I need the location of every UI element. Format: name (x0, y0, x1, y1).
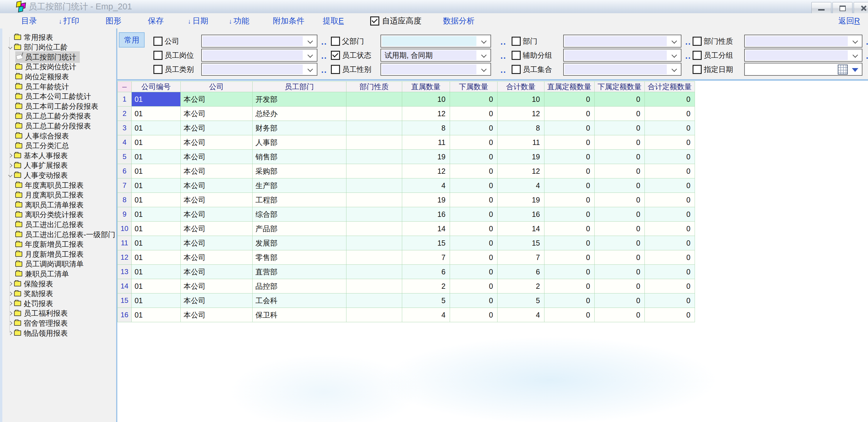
cell[interactable]: 0 (544, 92, 594, 107)
cell[interactable]: 11 (402, 135, 450, 150)
row-number-cell[interactable]: 16 (118, 308, 132, 322)
tree-item[interactable]: 人事变动报表 (2, 170, 116, 180)
filter-dropdown-parent-dept[interactable] (380, 35, 491, 48)
cell[interactable] (346, 294, 402, 308)
column-header[interactable]: 员工部门 (252, 82, 346, 92)
cell[interactable]: 本公司 (180, 250, 252, 265)
row-number-cell[interactable]: 7 (118, 178, 132, 193)
tree-item[interactable]: 员工进出汇总报表-一级部门 (2, 230, 116, 239)
autofit-height-toggle[interactable]: 自适应高度 (370, 13, 422, 28)
cell[interactable]: 4 (402, 308, 450, 322)
tree-item[interactable]: 员工本司工龄分段报表 (2, 101, 116, 111)
chevron-down-icon[interactable] (6, 42, 14, 52)
cell[interactable]: 0 (594, 121, 645, 135)
column-header[interactable]: 直属数量 (402, 82, 450, 92)
autofit-checkbox[interactable] (370, 17, 379, 26)
cell[interactable]: 0 (594, 193, 645, 207)
tree-item[interactable]: 处罚报表 (2, 298, 116, 308)
cell[interactable]: 0 (645, 164, 694, 178)
column-header[interactable]: 下属定额数量 (594, 82, 645, 92)
cell[interactable]: 0 (544, 236, 594, 250)
cell[interactable]: 0 (450, 250, 497, 265)
cell[interactable]: 0 (594, 135, 645, 150)
tree-item[interactable]: 宿舍管理报表 (2, 318, 116, 328)
cell[interactable]: 15 (402, 236, 450, 250)
cell[interactable]: 0 (645, 121, 694, 135)
cell[interactable]: 发展部 (252, 236, 346, 250)
cell[interactable]: 本公司 (180, 107, 252, 121)
maximize-button[interactable] (833, 2, 852, 14)
row-number-cell[interactable]: 12 (118, 250, 132, 265)
cell[interactable] (346, 193, 402, 207)
cell[interactable]: 0 (645, 193, 694, 207)
cell[interactable]: 0 (450, 207, 497, 221)
chevron-right-icon[interactable] (6, 160, 14, 171)
cell[interactable] (346, 150, 402, 164)
filter-dropdown-emp-group[interactable] (744, 49, 862, 62)
tree-item[interactable]: 员工调岗调职清单 (2, 259, 116, 269)
cell[interactable]: 0 (645, 135, 694, 150)
chevron-right-icon[interactable] (6, 308, 14, 319)
cell[interactable]: 01 (131, 121, 180, 135)
date-picker-specified-date[interactable] (744, 63, 862, 76)
cell[interactable]: 01 (131, 164, 180, 178)
cell[interactable]: 0 (645, 308, 694, 322)
cell[interactable]: 零售部 (252, 250, 346, 265)
cell[interactable]: 4 (497, 308, 544, 322)
cell[interactable] (346, 265, 402, 279)
cell[interactable]: 12 (497, 107, 544, 121)
cell[interactable]: 0 (544, 121, 594, 135)
cell[interactable]: 本公司 (180, 265, 252, 279)
filter-dropdown-company[interactable] (201, 35, 317, 48)
filter-checkbox-emp-category[interactable] (153, 65, 162, 74)
tree-item[interactable]: 离职分类统计报表 (2, 210, 116, 220)
cell[interactable]: 直营部 (252, 265, 346, 279)
toolbar-item-directory[interactable]: 目录 (21, 13, 37, 28)
row-number-cell[interactable]: 4 (118, 135, 132, 150)
cell[interactable]: 0 (544, 150, 594, 164)
cell[interactable]: 本公司 (180, 135, 252, 150)
cell[interactable]: 8 (402, 121, 450, 135)
table-corner-header[interactable]: – (118, 82, 132, 92)
cell[interactable]: 保卫科 (252, 308, 346, 322)
cell[interactable] (346, 250, 402, 265)
filter-checkbox-specified-date[interactable] (692, 65, 702, 74)
row-number-cell[interactable]: 1 (118, 92, 132, 107)
cell[interactable]: 01 (131, 178, 180, 193)
chevron-right-icon[interactable] (6, 151, 14, 160)
chevron-right-icon[interactable] (6, 279, 14, 289)
toolbar-item-print[interactable]: ↓打印 (59, 13, 79, 28)
cell[interactable]: 10 (402, 92, 450, 107)
row-number-cell[interactable]: 5 (118, 150, 132, 164)
cell[interactable]: 0 (594, 265, 645, 279)
cell[interactable]: 0 (450, 236, 497, 250)
toolbar-item-function[interactable]: ↓功能 (229, 13, 249, 28)
tree-item[interactable]: 员工本公司工龄统计 (2, 92, 116, 101)
toolbar-item-extract[interactable]: 提取E (323, 13, 344, 28)
cell[interactable]: 工程部 (252, 193, 346, 207)
tree-item[interactable]: 奖励报表 (2, 289, 116, 299)
filter-dropdown-aux-group[interactable] (563, 49, 681, 62)
filter-checkbox-emp-group[interactable] (692, 51, 702, 60)
cell[interactable]: 0 (450, 193, 497, 207)
filter-checkbox-emp-set[interactable] (512, 65, 521, 74)
cell[interactable]: 0 (594, 221, 645, 236)
cell[interactable]: 0 (450, 135, 497, 150)
column-header[interactable]: 公司 (180, 82, 252, 92)
cell[interactable]: 0 (594, 294, 645, 308)
tree-item[interactable]: 常用报表 (2, 32, 116, 42)
cell[interactable] (346, 135, 402, 150)
cell[interactable]: 采购部 (252, 164, 346, 178)
cell[interactable] (346, 164, 402, 178)
cell[interactable] (346, 279, 402, 294)
cell[interactable]: 0 (450, 150, 497, 164)
filter-checkbox-emp-status[interactable] (331, 51, 340, 60)
filter-dropdown-dept-nature[interactable] (744, 35, 862, 48)
toolbar-item-extra-conditions[interactable]: 附加条件 (273, 13, 305, 28)
cell[interactable]: 19 (402, 193, 450, 207)
cell[interactable]: 财务部 (252, 121, 346, 135)
toolbar-item-date[interactable]: ↓日期 (188, 13, 208, 28)
cell[interactable] (346, 221, 402, 236)
filter-checkbox-dept-nature[interactable] (692, 37, 702, 46)
filter-checkbox-dept[interactable] (512, 37, 521, 46)
